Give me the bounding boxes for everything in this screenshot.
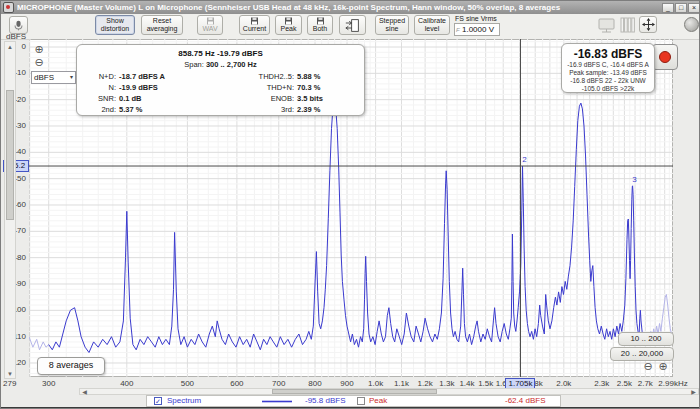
x-axis-tick-label: 2.0k [544,379,584,388]
y-scrollbar[interactable]: ▲ ▼ [4,41,16,379]
averages-badge: 8 averages [37,357,105,375]
range-20-20000-button[interactable]: 20 .. 20,000 [610,347,674,361]
reset-averaging-button[interactable]: Reset averaging [141,15,183,35]
level-detail-line: -16.8 dBFS 22 - 22k UNW [562,77,654,85]
spectrum-legend-label: Spectrum [167,396,201,406]
record-button[interactable] [652,44,678,70]
scroll-left-icon[interactable]: ◀ [81,389,88,395]
record-icon [659,51,671,63]
peak-legend-label: Peak [369,396,387,406]
peak-marker-label: 2 [522,155,527,164]
metric-value: 2.39 % [297,104,357,115]
span-label: Span: [184,60,204,69]
save-current-button[interactable]: Current [239,15,270,35]
metric-label: ENOB: [219,93,297,104]
zoom-in-x-button[interactable]: ⊕ [657,361,669,373]
metric-value: 3.5 bits [297,93,357,104]
wav-label: WAV [202,25,217,33]
microphone-icon [13,20,24,31]
metric-value: 5.37 % [119,104,219,115]
show-distortion-button[interactable]: Show distortion [95,15,135,35]
unit-dropdown-value: dBFS [34,72,54,83]
floppy-disk-icon [250,17,259,25]
distortion-metrics: N+D:-18.7 dBFS ATHDH2..5:5.88 %N:-19.9 d… [77,71,364,115]
spectrum-line-swatch [262,400,292,403]
scroll-down-icon[interactable]: ▼ [5,370,15,378]
restore-button[interactable]: □ [675,3,687,13]
stepped-sine-button[interactable]: Stepped sine [375,15,409,35]
pan-mode-button[interactable] [639,16,657,33]
level-detail-lines: -16.9 dBFS C, -16.4 dBFS APeak sample: -… [562,61,654,93]
y-axis-unit: dBFS [1,32,26,41]
spectrum-trace-faded [29,337,49,350]
x-axis-tick-label: 400 [107,379,147,388]
x-axis-tick-label: 700 [259,379,299,388]
toolbar: Show distortion Reset averaging WAV Curr… [1,14,700,40]
fs-sine-vrms-label: FS sine Vrms [455,15,497,22]
save-peak-button[interactable]: Peak [275,15,302,35]
app-icon [3,2,14,13]
scroll-up-icon[interactable]: ▲ [5,43,15,51]
close-button[interactable]: × [688,3,700,13]
metric-value: -18.7 dBFS A [119,71,219,82]
level-detail-line: -105.0 dBFS >22k [562,85,654,93]
x-scrollbar-thumb[interactable] [272,389,437,394]
x-axis-tick-label: 600 [217,379,257,388]
floppy-disk-icon [206,17,215,25]
cursor-frequency-level: 858.75 Hz -19.79 dBFS [77,49,364,58]
metric-value: -19.9 dBFS [119,82,219,93]
peak-marker-label: 3 [632,175,637,184]
unit-dropdown[interactable]: dBFS ▾ [31,71,76,84]
metric-value: 5.88 % [297,71,357,82]
zoom-out-x-button[interactable]: ⊖ [642,361,654,373]
x-axis-tick-label: 300 [29,379,69,388]
metric-label: 2nd: [77,104,119,115]
level-detail-line: -16.9 dBFS C, -16.4 dBFS A [562,61,654,69]
monitor-icon [598,18,617,34]
spectrum-cursor-value: -95.8 dBFS [305,396,345,406]
peak-checkbox[interactable] [357,397,365,405]
metric-label: N: [77,82,119,93]
app-window: MICROPHONE (Master Volume) L on Micropho… [0,0,700,409]
metric-value: 70.3 % [297,82,357,93]
zoom-out-y-button[interactable]: ⊖ [33,57,45,69]
chevron-down-icon: ▾ [70,72,73,83]
knob-icon[interactable] [684,17,699,32]
minimize-button[interactable]: _ [662,3,674,13]
window-title: MICROPHONE (Master Volume) L on Micropho… [17,3,662,12]
save-wav-button[interactable]: WAV [197,15,223,35]
peak-label: Peak [281,25,297,33]
calibrate-level-button[interactable]: Calibrate level [414,15,450,35]
trace-legend: ✓ Spectrum -95.8 dBFS Peak -62.4 dBFS [146,395,561,407]
metric-label: THD+N: [219,82,297,93]
both-label: Both [313,25,327,33]
peak-cursor-value: -62.4 dBFS [505,396,545,406]
current-label: Current [243,25,266,33]
export-import-button[interactable] [339,15,366,35]
x-scrollbar[interactable]: ◀ ▶ [79,388,699,395]
metric-label: SNR: [77,93,119,104]
transfer-document-icon [345,18,360,33]
span-readout: Span: 300 .. 2,700 Hz [77,60,364,69]
save-both-button[interactable]: Both [307,15,333,35]
metric-label: N+D: [77,71,119,82]
x-axis-tick-label: 279 [3,379,25,388]
x-axis-tick-label: 2.99kHz [653,379,693,388]
span-value: 300 .. 2,700 Hz [206,60,257,69]
level-detail-line: Peak sample: -13.49 dBFS [562,69,654,77]
scroll-right-icon[interactable]: ▶ [690,389,697,395]
metric-label: 3rd: [219,104,297,115]
move-arrows-icon [642,18,655,31]
fs-sine-vrms-input[interactable]: 1.0000 V [454,23,500,36]
level-info-box: -16.83 dBFS -16.9 dBFS C, -16.4 dBFS APe… [561,43,655,93]
distortion-info-box: 858.75 Hz -19.79 dBFS Span: 300 .. 2,700… [76,44,365,116]
spectrum-checkbox[interactable]: ✓ [154,397,162,405]
range-10-200-button[interactable]: 10 .. 200 [618,332,674,346]
level-main-readout: -16.83 dBFS [562,47,654,61]
title-bar[interactable]: MICROPHONE (Master Volume) L on Micropho… [1,1,700,14]
floppy-disk-icon [284,17,293,25]
y-scrollbar-thumb[interactable] [6,90,14,220]
metric-value: 0.1 dB [119,93,219,104]
x-axis-tick-label: 500 [167,379,207,388]
zoom-in-y-button[interactable]: ⊕ [33,44,45,56]
